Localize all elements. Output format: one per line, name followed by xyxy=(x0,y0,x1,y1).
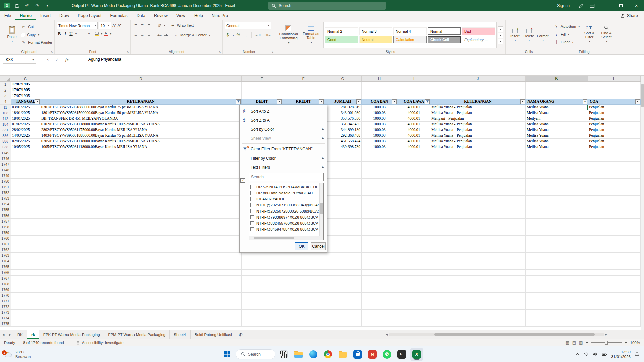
cell-K1749[interactable] xyxy=(526,173,588,179)
column-header-K[interactable]: K xyxy=(526,76,588,81)
cell-K1775[interactable] xyxy=(526,321,588,327)
cell-J1771[interactable] xyxy=(430,298,526,304)
cell-C1750[interactable] xyxy=(11,179,40,184)
row-header-1762[interactable]: 1762 xyxy=(0,247,11,253)
cell-D1762[interactable] xyxy=(40,247,241,253)
zoom-slider-handle[interactable] xyxy=(605,341,608,345)
style-chip-check-cell[interactable]: Check Cell xyxy=(428,36,461,43)
cell-I1766[interactable] xyxy=(397,270,430,276)
align-center-icon[interactable]: ≡ xyxy=(140,33,145,37)
cell-G1750[interactable] xyxy=(324,179,362,184)
align-middle-icon[interactable]: ≡ xyxy=(140,23,145,28)
cell-D1775[interactable] xyxy=(40,321,241,327)
cell-E1763[interactable] xyxy=(241,253,282,258)
row-header-586[interactable]: 586 xyxy=(0,139,11,144)
sheet-tab-0-rk[interactable]: RK xyxy=(13,330,27,339)
zoom-in-button[interactable]: + xyxy=(625,340,627,345)
cell-J1751[interactable] xyxy=(430,184,526,190)
cell-E1764[interactable] xyxy=(241,258,282,264)
italic-button[interactable]: I xyxy=(63,31,67,36)
cell-C1759[interactable] xyxy=(11,230,40,236)
cell-C1746[interactable] xyxy=(11,156,40,162)
cell-H1754[interactable] xyxy=(362,201,397,207)
row-header-2[interactable]: 2 xyxy=(0,87,11,93)
cell-C386[interactable]: 14/03/2025 xyxy=(11,133,40,139)
cell-J11[interactable]: Meilisa Yuana - Penjualan xyxy=(430,105,526,110)
cell-G2[interactable] xyxy=(324,87,362,93)
cell-H1767[interactable] xyxy=(362,276,397,281)
row-header-1772[interactable]: 1772 xyxy=(0,304,11,310)
ribbon-tab-home[interactable]: Home xyxy=(15,11,36,20)
cell-H386[interactable]: 1000.03 xyxy=(362,133,397,139)
cell-K1769[interactable] xyxy=(526,287,588,293)
cell-K1764[interactable] xyxy=(526,258,588,264)
cell-G1763[interactable] xyxy=(324,253,362,258)
sort-by-color-item[interactable]: Sort by Color ▶ xyxy=(240,125,327,134)
cell-G1773[interactable] xyxy=(324,310,362,315)
cell-G1769[interactable] xyxy=(324,287,362,293)
filter-button-C[interactable]: ▾ xyxy=(35,99,40,104)
cell-K1761[interactable] xyxy=(526,241,588,247)
cell-I638[interactable]: 4000.01 xyxy=(397,144,430,150)
cell-C638[interactable]: 10/05/2025 xyxy=(11,144,40,150)
cell-J1770[interactable] xyxy=(430,293,526,298)
cell-C1774[interactable] xyxy=(11,315,40,321)
sheet-tab-3-fpm-pt-warna-media-packaging[interactable]: FPM-PT Warna Media Packaging xyxy=(104,330,170,339)
cell-K1760[interactable] xyxy=(526,236,588,241)
name-box-dropdown-arrow[interactable]: ▾ xyxy=(30,56,36,63)
checkbox-icon[interactable] xyxy=(250,191,254,195)
column-header-H[interactable]: H xyxy=(362,76,397,81)
cell-J1764[interactable] xyxy=(430,258,526,264)
merge-center-button[interactable]: ↔Merge & Center▾ xyxy=(174,32,210,38)
checkbox-icon[interactable] xyxy=(250,227,254,231)
row-header-331[interactable]: 331 xyxy=(0,127,11,133)
cell-J2[interactable] xyxy=(430,87,526,93)
cell-C1775[interactable] xyxy=(11,321,40,327)
cell-D1760[interactable] xyxy=(40,236,241,241)
cell-J1769[interactable] xyxy=(430,287,526,293)
cell-E1765[interactable] xyxy=(241,264,282,270)
cell-K1755[interactable] xyxy=(526,207,588,213)
cell-L1749[interactable] xyxy=(588,173,641,179)
cell-I1757[interactable] xyxy=(397,219,430,224)
cell-I4[interactable]: COA LAWA xyxy=(397,99,430,105)
decrease-decimal-button[interactable]: .00→ xyxy=(263,33,272,37)
cell-J1760[interactable] xyxy=(430,236,526,241)
cell-I586[interactable]: 4000.01 xyxy=(397,139,430,144)
style-chip-normal-4[interactable]: Normal 4 xyxy=(393,27,427,35)
cell-K1771[interactable] xyxy=(526,298,588,304)
maximize-button[interactable] xyxy=(613,0,629,11)
cell-K1753[interactable] xyxy=(526,196,588,201)
filter-button-L[interactable]: ▾ xyxy=(635,99,640,104)
cell-L2[interactable] xyxy=(588,87,641,93)
cell-K1747[interactable] xyxy=(526,162,588,167)
cell-K1763[interactable] xyxy=(526,253,588,258)
row-header-1755[interactable]: 1755 xyxy=(0,207,11,213)
cell-H1770[interactable] xyxy=(362,293,397,298)
close-button[interactable]: × xyxy=(629,0,644,11)
cell-J1752[interactable] xyxy=(430,190,526,196)
sheet-tab-1-rk[interactable]: rk xyxy=(27,330,39,339)
fill-button[interactable]: ↓Fill▾ xyxy=(554,31,580,38)
minimize-button[interactable]: ─ xyxy=(598,0,613,11)
cell-G4[interactable]: JUMLAH▾ xyxy=(324,99,362,105)
cell-E1768[interactable] xyxy=(241,281,282,287)
cell-H1760[interactable] xyxy=(362,236,397,241)
cell-L1748[interactable] xyxy=(588,167,641,173)
cell-I2[interactable] xyxy=(397,87,430,93)
cell-D1770[interactable] xyxy=(40,293,241,298)
row-header-1751[interactable]: 1751 xyxy=(0,184,11,190)
formula-input[interactable]: Agung Priyandana xyxy=(88,57,121,62)
row-header-1775[interactable]: 1775 xyxy=(0,321,11,327)
vertical-scrollbar-thumb[interactable] xyxy=(641,84,644,107)
notification-bell-icon[interactable] xyxy=(635,352,639,357)
text-filters-item[interactable]: Text Filters ▶ xyxy=(240,163,327,172)
taskbar-nitro-icon[interactable]: N xyxy=(366,348,379,361)
cell-D1773[interactable] xyxy=(40,310,241,315)
cell-J1753[interactable] xyxy=(430,196,526,201)
cell-C184[interactable]: 01/02/2025 xyxy=(11,122,40,127)
filter-list-hscroll-thumb[interactable] xyxy=(254,237,294,239)
filter-button-E[interactable]: ▾ xyxy=(277,99,282,104)
cell-F1765[interactable] xyxy=(282,264,324,270)
cancel-button[interactable]: Cancel xyxy=(311,242,326,250)
